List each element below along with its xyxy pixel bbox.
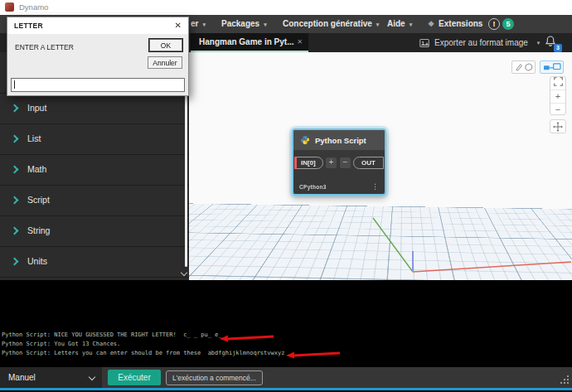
run-bar: Manuel Exécuter L'exécution a commencé..… — [0, 367, 572, 388]
letter-input[interactable] — [11, 78, 185, 92]
chevron-down-icon: ▾ — [376, 22, 380, 27]
letter-dialog[interactable]: LETTER ✕ ENTER A LETTER OK Annuler — [7, 17, 189, 96]
zoom-controls: + − — [550, 76, 566, 115]
dynamo-logo-icon — [5, 2, 14, 12]
engine-label: CPython3 — [299, 184, 327, 190]
tab-hangman-game[interactable]: Hangman Game in Pyt... ✕ — [191, 33, 308, 52]
resize-grip[interactable] — [567, 382, 569, 384]
ok-button[interactable]: OK — [149, 39, 182, 51]
pan-button[interactable] — [550, 119, 566, 133]
fit-view-button[interactable] — [550, 77, 565, 90]
add-input-button[interactable]: + — [326, 157, 337, 168]
graph-view-button[interactable] — [540, 60, 564, 74]
workspace-canvas[interactable]: Python Script IN[0] + − OUT CPython3 ⋮ — [189, 52, 572, 280]
image-icon — [419, 38, 429, 48]
menu-item-partial[interactable]: er▾ — [191, 15, 206, 33]
sidebar-item-string[interactable]: String — [0, 216, 189, 247]
annotation-arrow — [293, 352, 340, 357]
run-mode-dropdown[interactable]: Manuel — [0, 367, 102, 388]
sidebar-item-list[interactable]: List — [0, 124, 189, 155]
cancel-button[interactable]: Annuler — [148, 56, 182, 69]
chevron-down-icon: ▾ — [537, 40, 540, 46]
sidebar-item-units[interactable]: Units — [0, 247, 189, 278]
remove-input-button[interactable]: − — [340, 157, 351, 168]
bell-icon[interactable]: 3 — [544, 35, 559, 50]
node-footer: CPython3 ⋮ — [293, 179, 385, 194]
sidebar-item-script[interactable]: Script — [0, 186, 189, 216]
run-button[interactable]: Exécuter — [108, 370, 161, 385]
chevron-right-icon — [11, 227, 19, 235]
menu-packages[interactable]: Packages▾ — [221, 15, 267, 33]
console-line: Python Script: Letters you can enter sho… — [2, 350, 284, 356]
menu-extensions[interactable]: ❖Extensions — [428, 15, 482, 33]
dialog-title: LETTER — [14, 22, 43, 30]
node-header[interactable]: Python Script — [293, 130, 385, 150]
python-icon — [300, 135, 310, 145]
input-port[interactable]: IN[0] — [294, 157, 323, 169]
dialog-titlebar[interactable]: LETTER ✕ — [7, 17, 188, 34]
sidebar-item-input[interactable]: Input — [0, 94, 189, 124]
chevron-down-icon: ▾ — [202, 22, 206, 27]
fit-screen-icon — [554, 77, 563, 86]
node-title: Python Script — [315, 136, 366, 145]
zoom-in-button[interactable]: + — [550, 90, 565, 104]
sidebar-item-math[interactable]: Math — [0, 155, 189, 186]
chevron-right-icon — [11, 104, 19, 113]
chevron-right-icon — [11, 135, 19, 143]
python-script-node[interactable]: Python Script IN[0] + − OUT CPython3 ⋮ — [292, 128, 386, 196]
pan-icon — [553, 122, 563, 132]
menu-generative-design[interactable]: Conception générative▾ — [283, 15, 379, 33]
port-warning-bar — [294, 157, 297, 169]
notification-count-badge[interactable]: 5 — [502, 18, 514, 30]
sidebar-scrollbar[interactable] — [185, 93, 187, 267]
dynamo-window: Dynamo er▾ Packages▾ Conception générati… — [0, 0, 572, 392]
menu-help[interactable]: Aide▾ — [387, 15, 412, 33]
zoom-out-button[interactable]: − — [550, 104, 565, 116]
chevron-right-icon — [11, 166, 19, 174]
output-port[interactable]: OUT — [353, 157, 384, 169]
console-line: Python Script: You Got 13 Chances. — [2, 341, 120, 347]
chevron-down-icon: ▾ — [410, 22, 413, 27]
window-title: Dynamo — [19, 2, 48, 12]
dialog-close-icon[interactable]: ✕ — [175, 21, 182, 30]
execution-status-button[interactable]: L'exécution a commencé... — [166, 370, 263, 385]
node-graph-icon — [543, 63, 561, 71]
text-caret — [14, 80, 15, 89]
geometry-view-button[interactable] — [511, 60, 536, 74]
geometry-icon — [515, 63, 533, 71]
alert-icon[interactable]: ! — [488, 18, 500, 30]
node-menu-icon[interactable]: ⋮ — [371, 182, 379, 191]
chevron-down-icon: ▾ — [264, 22, 267, 27]
node-body: IN[0] + − OUT — [293, 150, 385, 176]
tab-title: Hangman Game in Pyt... — [199, 37, 293, 46]
export-image-button[interactable]: Exporter au format image ▾ — [419, 33, 540, 52]
window-titlebar: Dynamo — [0, 0, 572, 15]
chevron-right-icon — [11, 196, 19, 205]
annotation-arrow — [227, 336, 274, 341]
console-line: Python Script: NICE YOU GUSESSED THE RIG… — [2, 332, 222, 338]
chevron-right-icon — [11, 258, 19, 266]
extensions-icon: ❖ — [428, 20, 434, 28]
chevron-down-icon — [89, 374, 95, 380]
dialog-prompt: ENTER A LETTER — [15, 43, 74, 51]
bell-count-badge: 3 — [554, 44, 562, 52]
tab-close-icon[interactable]: ✕ — [297, 38, 303, 46]
console-output: Python Script: NICE YOU GUSESSED THE RIG… — [0, 280, 572, 367]
